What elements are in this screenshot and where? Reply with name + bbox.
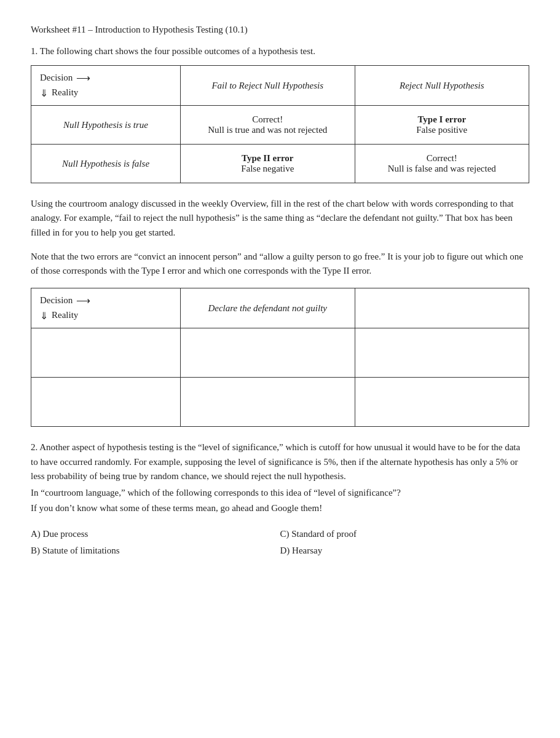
option-b: B) Statute of limitations	[31, 542, 280, 559]
question2-text2: In “courtroom language,” which of the fo…	[31, 486, 529, 500]
option-a: A) Due process	[31, 526, 280, 542]
decision-arrow-right: ⟶	[76, 72, 90, 84]
table1-col2-header: Reject Null Hypothesis	[355, 66, 529, 106]
answers-col-right: C) Standard of proof D) Hearsay	[280, 526, 530, 559]
table2-corner-cell: Decision ⟶ ⇓ Reality	[31, 288, 181, 328]
table1-wrapper: Decision ⟶ ⇓ Reality Fail to Reject Null…	[31, 65, 529, 183]
table2-reality-arrow: ⇓	[40, 310, 48, 322]
reality-arrow-down: ⇓	[40, 87, 48, 99]
table2-row1-col2	[355, 328, 529, 378]
table1-corner-cell: Decision ⟶ ⇓ Reality	[31, 66, 181, 106]
table1-row1: Null Hypothesis is true Correct! Null is…	[31, 106, 529, 145]
table1-row2-label: Null Hypothesis is false	[31, 145, 181, 183]
question2-text1: 2. Another aspect of hypothesis testing …	[31, 440, 529, 483]
question2-text3: If you don’t know what some of these ter…	[31, 501, 529, 515]
table2-decision-label: Decision	[40, 295, 73, 306]
table2-col1-header: Declare the defendant not guilty	[181, 288, 355, 328]
table2-decision-arrow: ⟶	[76, 295, 90, 306]
table2-row2-col2	[355, 378, 529, 427]
paragraph2: Note that the two errors are “convict an…	[31, 250, 529, 279]
decision-label-text: Decision	[40, 73, 73, 83]
table1-row2-col2: Correct! Null is false and was rejected	[355, 145, 529, 183]
answers-col-left: A) Due process B) Statute of limitations	[31, 526, 280, 559]
table2: Decision ⟶ ⇓ Reality Declare the defenda…	[31, 288, 529, 427]
table1-header-row: Decision ⟶ ⇓ Reality Fail to Reject Null…	[31, 66, 529, 106]
table2-header-row: Decision ⟶ ⇓ Reality Declare the defenda…	[31, 288, 529, 328]
table1-row1-col2: Type I error False positive	[355, 106, 529, 145]
table1-row2-col1: Type II error False negative	[181, 145, 355, 183]
answers-section: A) Due process B) Statute of limitations…	[31, 526, 529, 559]
table2-reality-label: Reality	[52, 310, 78, 320]
option-c: C) Standard of proof	[280, 526, 530, 542]
table1-col1-header: Fail to Reject Null Hypothesis	[181, 66, 355, 106]
table2-col2-header	[355, 288, 529, 328]
table2-row1-label	[31, 328, 181, 378]
table2-wrapper: Decision ⟶ ⇓ Reality Declare the defenda…	[31, 288, 529, 427]
paragraph1: Using the courtroom analogy discussed in…	[31, 197, 529, 240]
question1-intro: 1. The following chart shows the four po…	[31, 46, 529, 57]
option-d: D) Hearsay	[280, 542, 530, 559]
table1: Decision ⟶ ⇓ Reality Fail to Reject Null…	[31, 65, 529, 183]
table2-row1-col1	[181, 328, 355, 378]
question2-block: 2. Another aspect of hypothesis testing …	[31, 440, 529, 515]
table1-row1-label: Null Hypothesis is true	[31, 106, 181, 145]
table2-row2	[31, 378, 529, 427]
table1-row2: Null Hypothesis is false Type II error F…	[31, 145, 529, 183]
reality-label-text: Reality	[52, 87, 78, 98]
table2-row1	[31, 328, 529, 378]
worksheet-title: Worksheet #11 – Introduction to Hypothes…	[31, 25, 529, 35]
table2-row2-col1	[181, 378, 355, 427]
table2-row2-label	[31, 378, 181, 427]
table1-row1-col1: Correct! Null is true and was not reject…	[181, 106, 355, 145]
